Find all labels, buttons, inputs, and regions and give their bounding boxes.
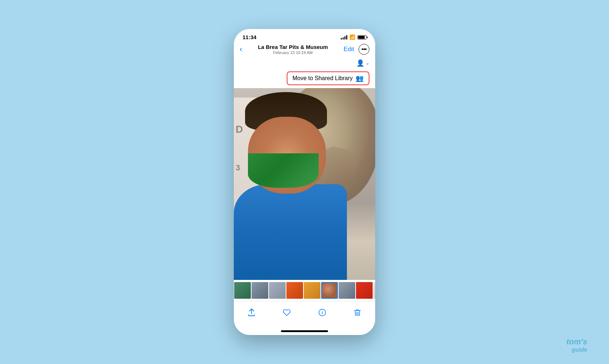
- share-button[interactable]: [244, 306, 260, 322]
- edit-button[interactable]: Edit: [344, 46, 354, 53]
- page-wrapper: 11:34 📶 ‹ La Brea Tar Pits & Museum Febr…: [0, 0, 609, 364]
- nav-bar: ‹ La Brea Tar Pits & Museum February 23 …: [234, 42, 375, 58]
- watermark-line2: guide: [566, 347, 587, 353]
- status-bar: 11:34 📶: [234, 29, 375, 42]
- sign-d: D: [236, 124, 243, 135]
- list-item[interactable]: [234, 282, 251, 299]
- list-item[interactable]: [269, 282, 286, 299]
- move-to-shared-label: Move to Shared Library: [293, 75, 353, 82]
- more-icon: •••: [361, 46, 366, 52]
- list-item[interactable]: [321, 282, 338, 299]
- list-item[interactable]: [252, 282, 268, 299]
- photo-canvas: D 3 ION: [234, 88, 375, 280]
- more-button[interactable]: •••: [359, 44, 369, 55]
- person-icon: 👤: [356, 59, 364, 67]
- dropdown-bar: 👤 ⌄: [234, 58, 375, 70]
- share-icon: [248, 309, 256, 319]
- battery-icon: [357, 35, 366, 40]
- signal-icon: [341, 35, 347, 40]
- info-button[interactable]: [314, 306, 330, 322]
- heart-icon: [283, 309, 291, 319]
- move-to-shared-button[interactable]: Move to Shared Library 👥: [287, 71, 369, 85]
- person-mask: [248, 153, 319, 188]
- shared-people-icon: 👥: [356, 74, 364, 82]
- list-item[interactable]: [286, 282, 303, 299]
- chevron-down-icon: ⌄: [366, 61, 369, 66]
- bottom-toolbar: [234, 301, 375, 329]
- main-photo: D 3 ION: [234, 88, 375, 280]
- wifi-icon: 📶: [349, 34, 355, 40]
- nav-title-group: La Brea Tar Pits & Museum February 23 10…: [242, 44, 343, 55]
- list-item[interactable]: [304, 282, 320, 299]
- list-item[interactable]: [356, 282, 373, 299]
- nav-title: La Brea Tar Pits & Museum: [242, 44, 343, 50]
- list-item[interactable]: [339, 282, 355, 299]
- status-time: 11:34: [243, 34, 256, 40]
- info-icon: [318, 309, 326, 319]
- home-indicator: [234, 329, 375, 335]
- watermark-line1: tom's: [566, 337, 587, 347]
- favorite-button[interactable]: [279, 306, 295, 322]
- home-bar: [281, 330, 328, 332]
- watermark: tom's guide: [566, 337, 587, 353]
- trash-icon: [353, 309, 361, 319]
- thumbnail-strip: [234, 280, 375, 301]
- shared-library-bar: Move to Shared Library 👥: [234, 70, 375, 88]
- person-shirt: [234, 184, 347, 280]
- sign-3: 3: [236, 163, 240, 173]
- status-icons: 📶: [341, 34, 366, 40]
- person-dropdown[interactable]: 👤 ⌄: [356, 59, 369, 67]
- nav-subtitle: February 23 10:19 AM: [242, 50, 343, 55]
- list-item[interactable]: [373, 282, 375, 299]
- back-button[interactable]: ‹: [240, 45, 242, 54]
- nav-actions: Edit •••: [344, 44, 369, 55]
- iphone-frame: 11:34 📶 ‹ La Brea Tar Pits & Museum Febr…: [234, 29, 375, 335]
- delete-button[interactable]: [349, 306, 365, 322]
